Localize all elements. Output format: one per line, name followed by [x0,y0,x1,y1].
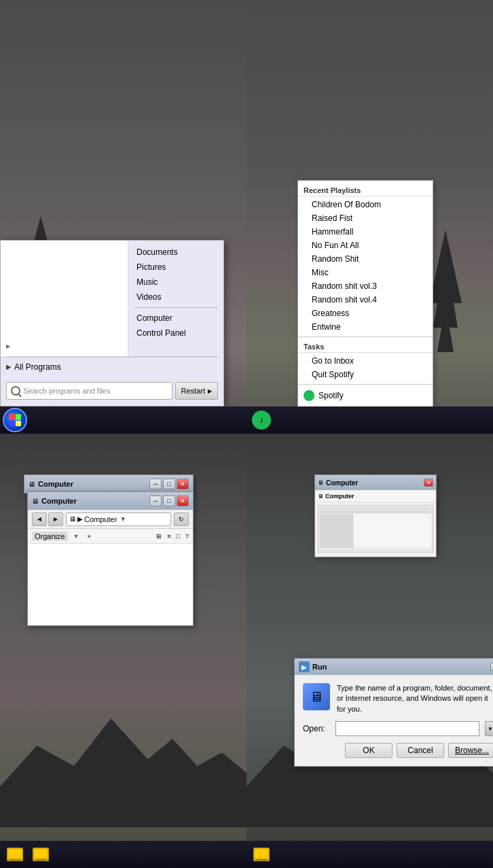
start-button[interactable] [3,408,27,432]
explorer-title-main: Computer [41,497,147,505]
run-ok-button[interactable]: OK [345,743,392,758]
run-buttons-row: OK Cancel Browse... [303,743,493,758]
start-menu-top: ▶ Documents Pictures Music Videos Comput… [1,241,223,356]
playlist-bodom[interactable]: Children Of Bodom [298,198,433,211]
tasks-header: Tasks [298,340,433,352]
run-browse-button[interactable]: Browse... [448,743,493,758]
run-body: 🖥 Type the name of a program, folder, do… [295,675,493,766]
titlebar-buttons-main: ─ □ ✕ [149,496,189,506]
menu-item-music[interactable]: Music [128,275,223,290]
explorer-titlebar-main: 🖥 Computer ─ □ ✕ [28,492,193,510]
playlist-no-fun[interactable]: No Fun At All [298,239,433,252]
spotify-context-menu: Recent Playlists Children Of Bodom Raise… [297,180,433,434]
playlist-entwine[interactable]: Entwine [298,320,433,334]
menu-item-control-panel[interactable]: Control Panel [128,326,223,341]
mountain-silhouette-q3 [0,691,246,827]
section-divider-tasks [298,336,433,337]
spotify-icon: ♪ [252,411,271,430]
run-description: Type the name of a program, folder, docu… [337,683,493,714]
win-logo-red [9,414,15,420]
thumb-content-sim [320,514,431,548]
taskbar-q3 [0,841,246,868]
tasks-divider-line [298,352,433,353]
maximize-button-main[interactable]: □ [163,496,175,506]
thumbnail-inner [318,505,433,553]
explorer-toolbar: ◄ ► 🖥 ▶ Computer ▼ ↻ [28,510,193,529]
more-options-icon[interactable]: » [88,533,91,540]
menu-item-pictures[interactable]: Pictures [128,260,223,275]
playlist-random-vol3[interactable]: Random shit vol.3 [298,279,433,293]
thumbnail-icon: 🖥 [318,479,324,486]
close-button-main[interactable]: ✕ [177,496,189,506]
thumbnail-title: Computer [326,479,422,487]
details-icon[interactable]: ≡ [167,533,170,540]
computer-taskbar-icon-q4[interactable] [249,842,274,867]
menu-item-documents[interactable]: Documents [128,245,223,260]
spotify-taskbar-icon[interactable]: ♪ [249,408,274,432]
run-input-field[interactable] [335,721,479,736]
taskbar-q4 [246,841,493,868]
all-programs-bar: ▶ All Programs [1,357,223,376]
titlebar-buttons-back: ─ □ ✕ [149,479,189,489]
thumbnail-titlebar: 🖥 Computer ✕ [315,475,436,490]
close-button-back[interactable]: ✕ [177,479,189,489]
computer-addr-icon: 🖥 [69,515,76,523]
computer-icon-1 [7,848,23,861]
action-spotify-label: Spotify [318,391,344,400]
arrow-programs-icon: ▶ [6,363,12,370]
minimize-button-back[interactable]: ─ [149,479,162,489]
playlist-misc[interactable]: Misc [298,266,433,279]
search-placeholder: Search programs and files [23,387,110,395]
run-close-button[interactable]: ✕ [490,663,493,671]
computer-taskbar-icon-1[interactable] [3,842,27,867]
help-icon[interactable]: ? [185,533,189,540]
minimize-button-main[interactable]: ─ [149,496,162,506]
thumbnail-toolbar: 🖥 Computer [315,490,436,502]
search-box[interactable]: Search programs and files [6,382,172,400]
computer-taskbar-icon-2[interactable] [29,842,53,867]
restart-button[interactable]: Restart ▶ [175,382,218,400]
task-inbox[interactable]: Go to Inbox [298,354,433,368]
view-icon[interactable]: ⊞ [156,533,162,540]
win-logo-blue [9,421,15,427]
thumb-title-inner: Computer [325,493,354,500]
all-programs-link[interactable]: All Programs [14,362,61,372]
win-logo-yellow [16,421,22,427]
address-text: Computer [84,515,117,523]
playlist-hammerfall[interactable]: Hammerfall [298,225,433,239]
explorer-content [28,544,193,625]
maximize-button-back[interactable]: □ [163,479,175,489]
run-titlebar: ▶ Run ✕ [295,659,493,675]
task-quit[interactable]: Quit Spotify [298,368,433,381]
playlist-raised-fist[interactable]: Raised Fist [298,211,433,225]
run-dropdown-button[interactable]: ▼ [485,721,493,736]
thumbnail-close[interactable]: ✕ [424,479,433,487]
spotify-action-icon [304,390,314,401]
menu-divider [134,307,218,308]
run-icon-large: 🖥 [303,683,330,710]
nav-back-button[interactable]: ◄ [32,513,47,526]
thumb-sidebar-sim [320,514,353,548]
menu-item-computer[interactable]: Computer [128,311,223,326]
start-menu-right: Documents Pictures Music Videos Computer… [128,241,223,356]
run-header: 🖥 Type the name of a program, folder, do… [303,683,493,714]
playlist-random-vol4[interactable]: Random shit vol.4 [298,293,433,307]
refresh-button[interactable]: ↻ [174,513,189,526]
menu-item-videos[interactable]: Videos [128,290,223,305]
start-menu-left: ▶ [1,241,128,356]
organize-menu[interactable]: Organize [32,532,68,541]
address-bar[interactable]: 🖥 ▶ Computer ▼ [66,513,171,526]
nav-forward-button[interactable]: ► [48,513,63,526]
playlist-random-shit[interactable]: Random Shit [298,252,433,266]
explorer-title-back: Computer [38,480,147,488]
addr-separator: ▶ [77,515,83,523]
taskbar-q2: ♪ [246,406,493,434]
quadrant-context-menu: Recent Playlists Children Of Bodom Raise… [246,0,493,434]
preview-icon[interactable]: □ [177,533,180,540]
computer-icon-q4 [253,848,270,861]
playlist-greatness[interactable]: Greatness [298,307,433,320]
spotify-symbol: ♪ [259,415,263,425]
screen-grid: ▶ Documents Pictures Music Videos Comput… [0,0,493,868]
run-cancel-button[interactable]: Cancel [397,743,444,758]
action-spotify[interactable]: Spotify [298,387,433,404]
